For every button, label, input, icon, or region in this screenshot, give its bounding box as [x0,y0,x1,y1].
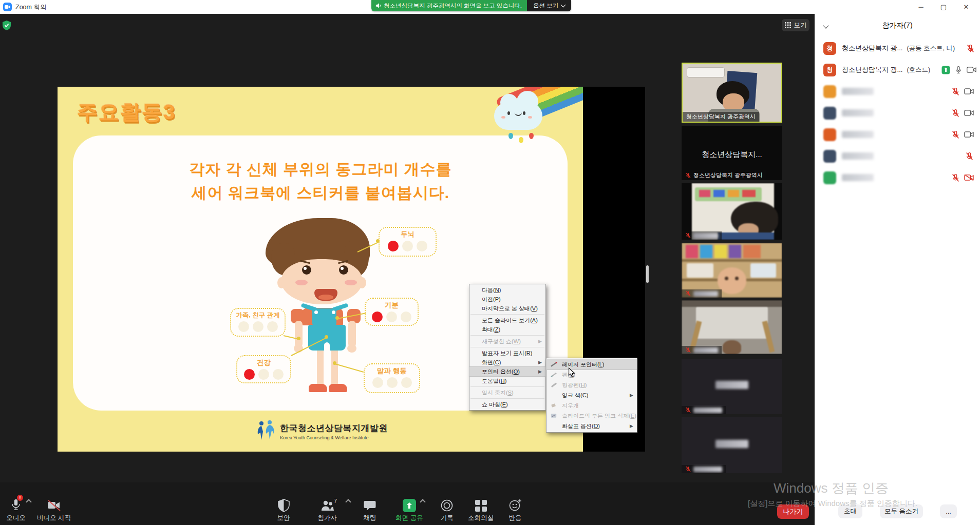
menu-item-zoom-in[interactable]: 확대(Z) [469,325,545,334]
mic-muted-icon [951,173,960,182]
participant-name-text: 청소년상담복지... [682,150,782,160]
security-button[interactable]: 보안 [260,489,307,521]
leave-meeting-button[interactable]: 나가기 [777,504,809,519]
video-tile-name-only[interactable] [682,359,782,414]
participant-row[interactable] [815,124,980,145]
mic-muted-icon [965,152,974,161]
start-video-button[interactable]: 비디오 시작 [31,489,77,521]
maximize-button[interactable]: ▢ [932,0,955,14]
menu-item-pointer-options[interactable]: 포인터 옵션(O)▶ [469,367,545,376]
slideshow-context-menu: 다음(N) 이전(P) 마지막으로 본 상태(V) 모든 슬라이드 보기(A) … [469,284,546,411]
blurred-participant-name [842,109,874,116]
camera-icon [964,131,974,138]
mouse-cursor [568,367,576,380]
view-layout-button[interactable]: 보기 [782,19,809,31]
participant-name: 청소년상담복지 광... [842,44,902,53]
menu-item-custom-show: 재구성한 쇼(W)▶ [469,337,545,346]
blurred-name [693,407,722,413]
record-icon [440,499,454,512]
menu-separator [470,335,544,336]
shield-icon [278,499,290,512]
submenu-item-highlighter: 형광펜(H) [546,380,637,390]
submenu-item-laser-pointer[interactable]: 레이저 포인터(L) [546,359,637,370]
close-button[interactable]: ✕ [955,0,977,14]
video-tile[interactable] [682,183,782,240]
video-tile[interactable] [682,300,782,354]
menu-separator [470,386,544,387]
participant-row[interactable] [815,145,980,167]
video-tile-name-label: 청소년상담복지 광주광역시 [683,112,759,122]
video-tile-active-speaker[interactable]: 청소년상담복지 광주광역시 [682,63,782,123]
video-tile-name-only[interactable] [682,417,782,473]
participants-button[interactable]: 7 참가자 [304,489,350,521]
invite-button[interactable]: 초대 [838,504,862,518]
participants-count: 7 [334,498,337,504]
laser-pointer-icon [551,362,557,367]
reactions-button[interactable]: 반응 [492,489,538,521]
avatar: 청 [823,42,836,55]
participants-header: 참가자(7) [815,21,980,30]
view-options-button[interactable]: 옵션 보기 [527,0,571,11]
pointer-options-submenu: 레이저 포인터(L) 펜(P) 형광펜(H) 잉크 색(C)▶ 지우개 슬라이드… [546,358,637,433]
submenu-item-eraser: 지우개 [546,400,637,411]
minimize-button[interactable]: ─ [910,0,932,14]
avatar [823,150,836,163]
menu-item-next[interactable]: 다음(N) [469,285,545,295]
highlighter-icon [551,382,557,387]
participant-row[interactable] [815,81,980,102]
menu-item-help[interactable]: 도움말(H) [469,376,545,385]
connector-dot [333,361,336,365]
audio-alert-badge: ! [17,495,23,501]
video-tile-name-label [682,346,722,354]
submenu-arrow-icon: ▶ [630,390,633,400]
menu-item-end-show[interactable]: 쇼 마침(E) [469,400,545,409]
window-title: Zoom 회의 [15,3,46,12]
mute-all-button[interactable]: 모두 음소거 [880,504,923,518]
camera-off-icon [964,174,974,181]
institute-logo: 한국청소년상담복지개발원 Korea Youth Counseling & We… [256,420,388,442]
more-options-button[interactable]: ... [940,504,957,518]
participant-row[interactable]: 청 청소년상담복지 광... (공동 호스트, 나) [815,37,980,59]
menu-separator [470,314,544,315]
submenu-item-pen: 펜(P) [546,370,637,380]
avatar [823,107,836,120]
panel-drag-handle[interactable] [646,265,649,283]
label-box-health: 건강 [236,355,291,383]
chevron-down-icon [561,3,566,8]
blurred-participant-name [842,174,874,181]
submenu-arrow-icon: ▶ [630,421,633,431]
blurred-participant-name [842,131,874,138]
eraser-icon [551,403,557,408]
blurred-name [715,440,748,448]
video-tile-name-only[interactable]: 청소년상담복지... 청소년상담복지 광주광역시 [682,126,782,180]
zoom-app-icon [3,3,12,11]
reactions-icon [508,498,522,512]
chat-icon [363,499,376,512]
share-screen-icon [403,499,416,512]
blurred-name [693,347,718,353]
video-tile[interactable] [682,243,782,298]
participant-row[interactable]: 청 청소년상담복지 광... (호스트) [815,59,980,81]
label-box-family: 가족, 친구 관계 [230,308,286,337]
menu-separator [470,398,544,399]
zoom-meeting-window: Zoom 회의 ─ ▢ ✕ 청소년상담복지 광주광역시의 화면을 보고 있습니다… [0,0,980,525]
blurred-name [693,291,718,297]
menu-item-see-all-slides[interactable]: 모든 슬라이드 보기(A) [469,316,545,325]
participant-row[interactable] [815,102,980,124]
submenu-arrow-icon: ▶ [538,367,542,376]
red-sticker-dot [244,369,255,380]
submenu-item-ink-color[interactable]: 잉크 색(C)▶ [546,390,637,400]
participant-role: (공동 호스트, 나) [907,44,955,53]
blurred-name [693,466,722,472]
menu-item-last-viewed[interactable]: 마지막으로 본 상태(V) [469,304,545,313]
grid-view-icon [785,22,791,28]
submenu-item-erase-all-ink: 슬라이드의 모든 잉크 삭제(E) [546,411,637,421]
mic-muted-icon [685,466,691,472]
menu-item-presenter-view[interactable]: 발표자 보기 표시(R) [469,348,545,358]
menu-item-previous[interactable]: 이전(P) [469,295,545,304]
participant-row[interactable] [815,167,980,188]
video-tile-name-label [682,231,722,240]
menu-item-screen[interactable]: 화면(C)▶ [469,358,545,367]
menu-item-pause: 일시 중지(S) [469,388,545,397]
submenu-item-arrow-options[interactable]: 화살표 옵션(O)▶ [546,421,637,431]
